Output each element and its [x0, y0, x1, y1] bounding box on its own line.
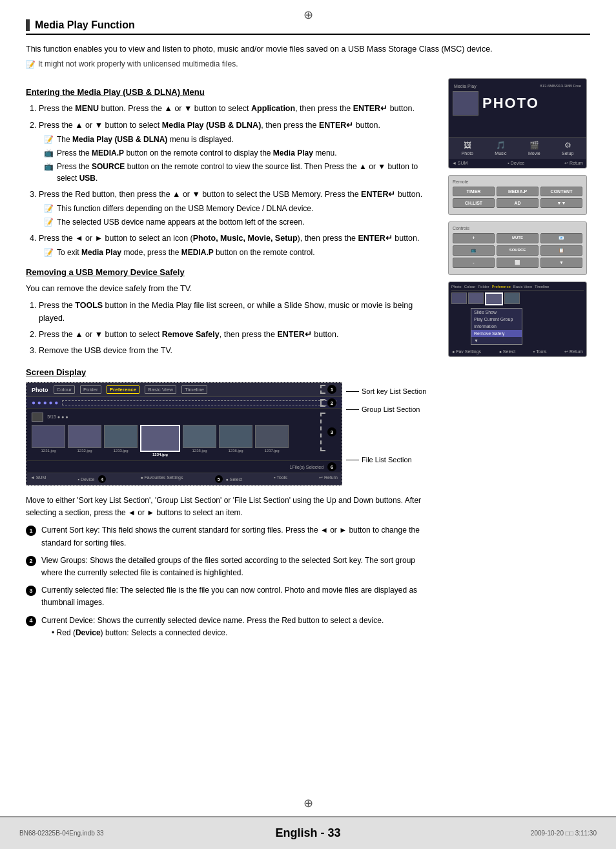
- tv3-btn-source[interactable]: SOURCE: [497, 245, 539, 256]
- tv1-icon-setup-label: Setup: [562, 151, 573, 156]
- sd-preference-tab: Preference: [107, 385, 139, 394]
- sidebar-tv4-screen: Photo Colour Folder Preference Basic Vie…: [449, 282, 586, 347]
- sd-filter-bar: ● ● ● ● ● 2: [26, 397, 342, 409]
- tv1-icon-music: 🎵 Music: [495, 141, 506, 156]
- tv1-photo-label: PHOTO: [482, 95, 539, 112]
- note-text-1: It might not work properly with unlicens…: [38, 59, 238, 68]
- two-col-layout: Entering the Media Play (USB & DLNA) Men…: [26, 78, 590, 644]
- footer-left: BN68-02325B-04Eng.indb 33: [19, 830, 104, 837]
- sidebar-tv4: Photo Colour Folder Preference Basic Vie…: [448, 281, 587, 357]
- num-3-badge: 3: [327, 427, 336, 436]
- tv4-menu-remove: Remove Safely: [471, 330, 522, 337]
- tv3-btn-icon2[interactable]: 📋: [540, 245, 582, 256]
- numbered-text-1: Current Sort key: This field shows the c…: [41, 524, 435, 549]
- tv1-icon-music-label: Music: [495, 151, 506, 156]
- tv2-btn-chlist[interactable]: CH.LIST: [453, 198, 495, 208]
- tv1-icon-setup: ⚙ Setup: [562, 141, 573, 156]
- tv4-return: ↩ Return: [564, 349, 583, 354]
- movie-icon: 🎬: [529, 141, 539, 150]
- sidebar-tv1-screen: Media Play 813.6MB/913.3MB Free PHOTO: [449, 79, 586, 137]
- num-filled-2: 2: [26, 556, 36, 566]
- sd-status-sum: ◄ SUM: [30, 475, 46, 483]
- sd-thumb-1236: 1236.jpg: [219, 425, 252, 456]
- footer-text: English - 33: [275, 826, 340, 840]
- tv4-menu-playgroup: Play Current Group: [471, 316, 522, 323]
- tv3-btn-icon4[interactable]: ▼: [540, 258, 582, 268]
- tv1-icon-movie: 🎬 Movie: [528, 141, 540, 156]
- steps2-list: Press the TOOLS button in the Media Play…: [26, 299, 435, 357]
- tv3-btn-icon3[interactable]: ⬜: [497, 258, 539, 268]
- sd-basicview-tab: Basic View: [145, 385, 176, 394]
- sd-status-device: ▪ Device: [78, 477, 95, 482]
- tv3-btn-plus[interactable]: +: [453, 233, 495, 243]
- sd-status-fav: ● Favourites Settings: [140, 475, 183, 483]
- tv2-btn-down[interactable]: ▼▼: [540, 198, 582, 208]
- sd-annotation-labels: Sort key List Section Group List Section: [342, 382, 426, 469]
- steps1-list: Press the MENU button. Press the ▲ or ▼ …: [26, 102, 435, 258]
- note-icon-1: 📝: [26, 60, 36, 69]
- num-4-badge: 4: [98, 475, 106, 483]
- tv4-colour: Colour: [464, 285, 476, 289]
- sd-photo-label: Photo: [32, 387, 48, 393]
- step2-notes: 📝The Media Play (USB & DLNA) menu is dis…: [44, 134, 435, 184]
- step1: Press the MENU button. Press the ▲ or ▼ …: [39, 102, 435, 115]
- sidebar-images: Media Play 813.6MB/913.3MB Free PHOTO 🖼 …: [448, 78, 590, 644]
- sd-file-area: 5/15 ● ● ● 1231.jpg: [26, 409, 342, 460]
- tv2-grid: TIMER MEDIA.P CONTENT CH.LIST AD ▼▼: [453, 187, 582, 208]
- tv4-fav: ● Fav Settings: [452, 349, 481, 354]
- annot-line-3: [346, 460, 359, 460]
- tv4-menu-more: ▼: [471, 337, 522, 344]
- step2: Press the ▲ or ▼ button to select Media …: [39, 119, 435, 184]
- sd-status-return: ↩ Return: [319, 475, 338, 483]
- tv3-btn-mute[interactable]: MUTE: [497, 233, 539, 243]
- sd-files-selected-row: 1File(s) Selected 6: [26, 460, 342, 473]
- annot-file-list: File List Section: [346, 451, 426, 469]
- screen-display-section: Screen Display Photo Colour Folder Prefe…: [26, 367, 435, 639]
- tv4-photo: Photo: [451, 285, 462, 289]
- tv1-topbar: Media Play 813.6MB/913.3MB Free: [453, 83, 582, 91]
- sd-dots: ● ● ● ● ●: [32, 399, 58, 406]
- sd-status-bar: ◄ SUM ▪ Device 4 ● Favourites Settings 5…: [26, 473, 342, 485]
- sidebar-tv1: Media Play 813.6MB/913.3MB Free PHOTO 🖼 …: [448, 78, 587, 169]
- note-line-1: 📝 It might not work properly with unlice…: [26, 59, 590, 69]
- numbered-item-1: 1 Current Sort key: This field shows the…: [26, 524, 435, 549]
- tv4-select: ● Select: [499, 349, 516, 354]
- tv3-btn-source-icon[interactable]: 📺: [453, 245, 495, 256]
- main-content: Entering the Media Play (USB & DLNA) Men…: [26, 78, 435, 644]
- sd-thumb-1237: 1237.jpg: [255, 425, 289, 456]
- title-bar-icon: [26, 19, 30, 31]
- sd-diagram: Photo Colour Folder Preference Basic Vie…: [26, 382, 435, 486]
- tv2-btn-timer[interactable]: TIMER: [453, 187, 495, 196]
- tv2-btn-content[interactable]: CONTENT: [540, 187, 582, 196]
- tv4-context-menu: Slide Show Play Current Group Informatio…: [471, 308, 522, 345]
- tv3-btn-minus[interactable]: -: [453, 258, 495, 268]
- numbered-text-4: Current Device: Shows the currently sele…: [41, 615, 384, 627]
- numbered-text-4-block: Current Device: Shows the currently sele…: [41, 615, 384, 639]
- tv2-btn-mediap[interactable]: MEDIA.P: [497, 187, 539, 196]
- sd-status-select: ● Select: [226, 477, 243, 482]
- sd-diagram-image: Photo Colour Folder Preference Basic Vie…: [26, 382, 342, 486]
- numbered-item-3: 3 Currently selected file: The selected …: [26, 584, 435, 609]
- step3-notes: 📝This function differs depending on the …: [44, 203, 435, 228]
- tv4-folder: Folder: [478, 285, 489, 289]
- tv1-sum: ◄ SUM: [452, 161, 467, 166]
- tv1-icons-row: 🖼 Photo 🎵 Music 🎬 Movie ⚙ Setup: [449, 137, 586, 159]
- tv4-menu-slideshow: Slide Show: [471, 309, 522, 316]
- tv2-btn-ad[interactable]: AD: [497, 198, 539, 208]
- sd-status-select-area: 5 ● Select: [215, 475, 243, 483]
- sd-folder-tab: Folder: [80, 385, 101, 394]
- annot-2: 2: [320, 398, 336, 407]
- tv4-timeline: Timeline: [535, 285, 549, 289]
- tv3-btn-icon1[interactable]: 📧: [540, 233, 582, 243]
- bottom-content: Move to either 'Sort key List Section', …: [26, 495, 435, 639]
- annot-group-list: Group List Section: [346, 400, 426, 418]
- tv4-pref: Preference: [491, 285, 510, 289]
- music-icon: 🎵: [496, 141, 506, 150]
- remove-step1: Press the TOOLS button in the Media Play…: [39, 299, 435, 325]
- sd-thumb-1235: 1235.jpg: [183, 425, 216, 456]
- annot-sort-key-label: Sort key List Section: [362, 387, 426, 395]
- numbered-text-3: Currently selected file: The selected fi…: [41, 584, 435, 609]
- tv4-thumb1: [451, 292, 467, 304]
- page: ⊕ Media Play Function This function enab…: [0, 0, 616, 849]
- tv1-device: ▪ Device: [508, 161, 524, 166]
